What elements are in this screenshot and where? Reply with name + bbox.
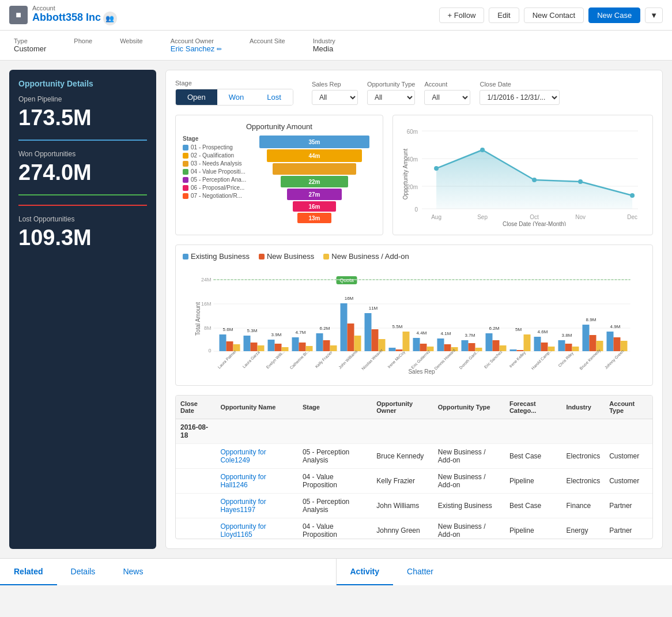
svg-rect-77 (437, 338, 444, 351)
svg-text:0: 0 (208, 348, 211, 353)
lost-oppty-label: Lost Opportunities (18, 205, 147, 223)
tab-news[interactable]: News (109, 559, 157, 585)
open-pipeline-amount: 173.5M (18, 106, 147, 130)
svg-point-9 (434, 166, 439, 171)
industry-cell: Finance (562, 494, 605, 518)
tab-lost[interactable]: Lost (255, 89, 293, 105)
svg-rect-73 (420, 344, 427, 351)
stage-cell: 05 - Perception Analysis (298, 494, 372, 518)
svg-text:John Williams: John Williams (338, 349, 358, 370)
opp-name-cell[interactable]: Opportunity for Hall1246 (216, 469, 298, 494)
svg-rect-82 (462, 340, 469, 351)
oppty-type-sub-label: Opportunity Type (367, 81, 416, 88)
oppty-type-select[interactable]: All (367, 90, 416, 105)
new-contact-button[interactable]: New Contact (524, 7, 584, 23)
tab-activity[interactable]: Activity (337, 559, 394, 585)
meta-phone: Phone (74, 37, 92, 53)
tab-won[interactable]: Won (217, 89, 256, 105)
funnel-legend: Stage 01 - Prospecting 02 - Qualificatio… (183, 136, 246, 223)
svg-text:5.3M: 5.3M (247, 328, 258, 333)
tab-open[interactable]: Open (176, 89, 217, 105)
opp-name-cell[interactable]: Opportunity for Lloyd1165 (216, 518, 298, 540)
svg-text:Laura Palmer: Laura Palmer (217, 349, 237, 369)
svg-rect-42 (268, 340, 275, 351)
svg-rect-72 (413, 338, 420, 351)
main-content: Opportunity Details Open Pipeline 173.5M… (0, 61, 672, 558)
owner-cell: Johnny Green (372, 518, 433, 540)
funnel-bar-02: 44m (267, 149, 363, 162)
svg-text:16M: 16M (201, 301, 212, 307)
tab-related[interactable]: Related (0, 559, 57, 585)
bottom-tabs-right: Activity Chatter (337, 559, 673, 585)
svg-text:Sep: Sep (477, 214, 488, 220)
svg-text:60m: 60m (406, 129, 417, 135)
legend-04: 04 - Value Propositi... (183, 168, 246, 175)
svg-text:Evelyn Willi...: Evelyn Willi... (266, 349, 286, 370)
lost-oppty-amount: 109.3M (18, 225, 147, 250)
svg-rect-97 (534, 337, 541, 351)
account-meta: Type Customer Phone Website Account Owne… (0, 31, 672, 61)
legend-05: 05 - Perception Ana... (183, 176, 246, 183)
owner-cell: Bruce Kennedy (372, 444, 433, 469)
account-owner-label: Account Owner (171, 37, 222, 44)
open-pipeline-section: Open Pipeline 173.5M (18, 95, 147, 141)
close-date-filter-group: Close Date 1/1/2016 - 12/31/... (480, 81, 560, 105)
type-label: Type (14, 37, 46, 44)
svg-text:3.8M: 3.8M (562, 333, 572, 338)
close-date-select[interactable]: 1/1/2016 - 12/31/... (480, 90, 560, 105)
svg-point-11 (532, 178, 537, 182)
svg-rect-52 (316, 333, 323, 351)
meta-account-site: Account Site (250, 37, 285, 53)
svg-text:Nov: Nov (575, 214, 586, 220)
account-select[interactable]: All (424, 90, 470, 105)
col-stage: Stage (298, 396, 372, 419)
svg-rect-32 (220, 334, 226, 351)
tab-chatter[interactable]: Chatter (393, 559, 447, 585)
funnel-bar-07: 13m (297, 213, 332, 223)
svg-rect-63 (372, 329, 379, 351)
opp-name-cell[interactable]: Opportunity for Hayes1197 (216, 494, 298, 518)
forecast-cell: Best Case (505, 494, 562, 518)
svg-rect-57 (341, 303, 348, 351)
follow-button[interactable]: + Follow (439, 7, 485, 23)
account-sub-label: Account (424, 81, 470, 88)
forecast-cell: Best Case (505, 444, 562, 469)
opp-name-cell[interactable]: Opportunity for Cole1249 (216, 444, 298, 469)
account-name: Abbott358 Inc (32, 12, 101, 23)
stage-cell: 04 - Value Proposition (298, 518, 372, 540)
won-opportunities-section: Won Opportunities 274.0M (18, 150, 147, 195)
funnel-container: Stage 01 - Prospecting 02 - Qualificatio… (183, 136, 376, 223)
svg-rect-53 (323, 340, 330, 351)
svg-rect-113 (614, 337, 621, 351)
svg-text:5M: 5M (515, 327, 522, 332)
dropdown-button[interactable]: ▼ (645, 7, 663, 23)
stage-cell: 05 - Perception Analysis (298, 444, 372, 469)
people-icon[interactable]: 👥 (103, 12, 117, 25)
type-value: Customer (14, 44, 46, 53)
svg-rect-47 (292, 337, 299, 351)
svg-rect-48 (299, 343, 306, 351)
account-owner-edit-icon[interactable]: ✏ (217, 46, 222, 52)
svg-text:Irene McCoy: Irene McCoy (387, 349, 406, 369)
stage-tabs: Open Won Lost (175, 89, 293, 106)
account-owner-value[interactable]: Eric Sanchez (171, 44, 215, 53)
svg-text:4.6M: 4.6M (538, 329, 548, 334)
date-cell (176, 444, 216, 469)
acct-type-cell: Partner (605, 494, 652, 518)
svg-text:Oct: Oct (530, 214, 539, 220)
edit-button[interactable]: Edit (489, 7, 519, 23)
tab-details[interactable]: Details (57, 559, 110, 585)
data-table: Close Date Opportunity Name Stage Opport… (176, 396, 652, 539)
col-opp-type: Opportunity Type (433, 396, 505, 419)
svg-rect-88 (493, 340, 500, 351)
owner-cell: Kelly Frazier (372, 469, 433, 494)
industry-cell: Electronics (562, 469, 605, 494)
svg-text:5.6M: 5.6M (223, 327, 233, 332)
svg-text:3.9M: 3.9M (271, 332, 282, 337)
svg-text:8M: 8M (204, 325, 212, 331)
svg-rect-67 (389, 348, 396, 351)
svg-rect-112 (607, 332, 614, 351)
sales-rep-select[interactable]: All (312, 90, 358, 105)
new-case-button[interactable]: New Case (588, 7, 640, 23)
funnel-chart-box: Opportunity Amount Stage 01 - Prospectin… (175, 115, 383, 235)
